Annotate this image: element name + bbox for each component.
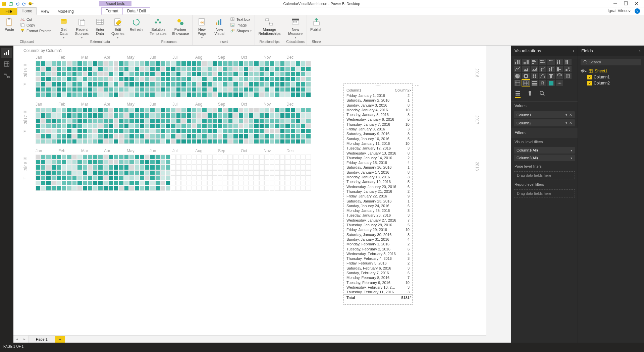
table-row[interactable]: Thursday, January 21, 20162: [344, 189, 412, 194]
table-row[interactable]: Tuesday, February 2, 20166: [344, 247, 412, 251]
table-row[interactable]: Wednesday, January 27, 20167: [344, 218, 412, 223]
scroll-up-icon[interactable]: ▴: [410, 89, 412, 92]
image-button[interactable]: Image: [229, 22, 253, 28]
table-row[interactable]: Friday, January 15, 20164: [344, 160, 412, 165]
table-row[interactable]: Saturday, January 2, 20161: [344, 98, 412, 103]
visual-options-icon[interactable]: ⋯: [415, 83, 420, 89]
minimize-icon[interactable]: [613, 1, 618, 6]
fields-pane-header[interactable]: Fields›: [578, 46, 644, 56]
viz-type-icon[interactable]: [514, 73, 521, 79]
viz-type-icon[interactable]: [547, 73, 555, 79]
table-row[interactable]: Sunday, January 17, 20168: [344, 170, 412, 175]
report-view-icon[interactable]: [1, 48, 12, 58]
viz-type-icon[interactable]: [547, 59, 555, 65]
viz-type-icon[interactable]: [531, 73, 538, 79]
table-row[interactable]: Tuesday, January 5, 20168: [344, 112, 412, 117]
table-row[interactable]: Sunday, January 31, 20164: [344, 237, 412, 242]
viz-type-icon[interactable]: 123: [564, 73, 572, 79]
chevron-right-icon[interactable]: ›: [573, 48, 574, 53]
table-row[interactable]: Wednesday, January 20, 20166: [344, 184, 412, 189]
publish-button[interactable]: Publish: [309, 17, 324, 32]
table-row[interactable]: Saturday, January 9, 20163: [344, 131, 412, 136]
table-row[interactable]: Thursday, January 28, 20165: [344, 223, 412, 227]
table-row[interactable]: Monday, January 25, 20163: [344, 208, 412, 213]
table-row[interactable]: Saturday, January 16, 20161: [344, 165, 412, 170]
tab-format[interactable]: Format: [101, 7, 123, 15]
model-view-icon[interactable]: [1, 70, 12, 80]
viz-type-icon[interactable]: [514, 66, 521, 72]
table-row[interactable]: Tuesday, February 9, 201610: [344, 280, 412, 285]
page-nav-prev-icon[interactable]: ◂: [13, 337, 21, 341]
table-row[interactable]: Friday, February 5, 20162: [344, 261, 412, 266]
page-nav-next-icon[interactable]: ▸: [21, 337, 28, 341]
col-header-2[interactable]: Column2: [395, 88, 410, 92]
table-row[interactable]: Monday, February 1, 20162: [344, 242, 412, 246]
scroll-down-icon[interactable]: ▾: [410, 295, 412, 298]
page-tab-1[interactable]: Page 1: [28, 336, 55, 343]
viz-type-icon[interactable]: [556, 73, 563, 79]
manage-relationships-button[interactable]: Manage Relationships: [257, 17, 282, 36]
field-column1[interactable]: ✓Column1: [578, 74, 644, 80]
table-row[interactable]: Wednesday, February 10, 2…3: [344, 285, 412, 290]
viz-type-icon[interactable]: [531, 80, 538, 86]
table-row[interactable]: Thursday, February 4, 20163: [344, 256, 412, 261]
table-visual[interactable]: ⋯⋯ ⋯ ▴ Column1 Column2 Friday, January 1…: [343, 83, 413, 305]
page-filter-dropzone[interactable]: Drag data fields here: [514, 171, 575, 179]
viz-type-icon[interactable]: [564, 59, 572, 65]
viz-type-icon[interactable]: [522, 59, 530, 65]
new-measure-button[interactable]: New Measure▾: [287, 17, 304, 40]
table-row[interactable]: Saturday, February 6, 20163: [344, 266, 412, 271]
partner-showcase-button[interactable]: Partner Showcase: [170, 17, 190, 36]
table-row[interactable]: Friday, January 8, 20163: [344, 127, 412, 131]
tab-file[interactable]: File: [0, 8, 17, 15]
viz-type-icon[interactable]: [539, 73, 546, 79]
tab-view[interactable]: View: [37, 8, 53, 15]
viz-type-icon[interactable]: [522, 73, 530, 79]
table-row[interactable]: Sunday, January 3, 20168: [344, 103, 412, 108]
table-row[interactable]: Tuesday, January 19, 20165: [344, 179, 412, 184]
viz-pane-header[interactable]: Visualizations›: [511, 46, 578, 56]
table-row[interactable]: Sunday, January 10, 20165: [344, 136, 412, 141]
table-row[interactable]: Wednesday, January 13, 20168: [344, 151, 412, 156]
report-canvas[interactable]: Column2 by Column1 JanFebMarAprMayJunJul…: [13, 46, 486, 335]
viz-type-icon[interactable]: [514, 80, 521, 86]
table-row[interactable]: Thursday, January 14, 20162: [344, 156, 412, 160]
format-tab-icon[interactable]: [527, 91, 533, 98]
viz-type-icon[interactable]: [539, 59, 546, 65]
viz-type-icon[interactable]: [514, 59, 521, 65]
table-row[interactable]: Monday, January 4, 201610: [344, 108, 412, 112]
viz-type-icon[interactable]: [522, 66, 530, 72]
value-well-column1[interactable]: Column1▾✕: [514, 111, 575, 118]
viz-type-icon[interactable]: [531, 59, 538, 65]
table-row[interactable]: Tuesday, January 12, 20163: [344, 146, 412, 151]
enter-data-button[interactable]: Enter Data: [93, 17, 107, 36]
viz-type-icon[interactable]: R: [539, 80, 546, 86]
data-view-icon[interactable]: [1, 59, 12, 69]
viz-type-icon[interactable]: [547, 66, 555, 72]
smiley-icon[interactable]: ▾: [28, 1, 34, 6]
table-row[interactable]: Wednesday, January 6, 20165: [344, 117, 412, 122]
table-row[interactable]: Monday, February 8, 20167: [344, 275, 412, 280]
table-row[interactable]: Saturday, January 23, 20161: [344, 199, 412, 203]
table-row[interactable]: Friday, January 29, 201610: [344, 227, 412, 232]
table-row[interactable]: Friday, January 22, 20169: [344, 194, 412, 198]
paste-button[interactable]: Paste: [2, 17, 17, 32]
solution-templates-button[interactable]: Solution Templates: [148, 17, 168, 36]
chevron-right-icon[interactable]: ›: [639, 48, 641, 53]
add-page-button[interactable]: +: [55, 336, 65, 343]
new-page-button[interactable]: ✳New Page▾: [195, 17, 209, 40]
viz-type-icon[interactable]: [531, 66, 538, 72]
visual-grip[interactable]: ⋯⋯: [344, 84, 412, 87]
col-header-1[interactable]: Column1: [346, 88, 395, 92]
undo-icon[interactable]: [15, 1, 20, 6]
value-well-column2[interactable]: Column2▾✕: [514, 119, 575, 126]
viz-type-icon[interactable]: [556, 66, 563, 72]
table-row[interactable]: Monday, January 11, 201610: [344, 141, 412, 146]
table-sheet1[interactable]: �▸Sheet1: [578, 68, 644, 74]
redo-icon[interactable]: [21, 1, 27, 6]
table-row[interactable]: Monday, January 18, 20163: [344, 175, 412, 179]
table-row[interactable]: Friday, January 1, 20162: [344, 93, 412, 98]
filter-column1[interactable]: Column1(All)▾: [514, 147, 575, 154]
viz-type-icon[interactable]: [556, 59, 563, 65]
cut-button[interactable]: Cut: [19, 17, 52, 22]
